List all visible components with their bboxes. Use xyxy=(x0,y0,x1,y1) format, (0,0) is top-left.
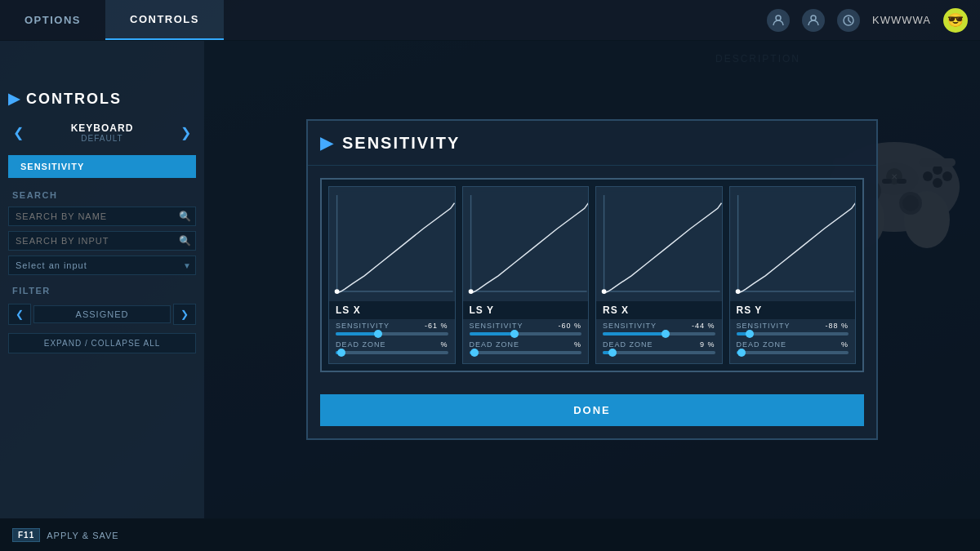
page-arrow-icon: ▶ xyxy=(8,90,20,108)
svg-rect-31 xyxy=(596,191,722,297)
sensitivity-value-rs_x: -44 % xyxy=(692,322,715,330)
dead-zone-label-ls_y: DEAD ZONE xyxy=(470,340,520,349)
dead-zone-value-ls_x: % xyxy=(440,340,448,349)
card-label-ls_y: LS Y xyxy=(463,301,589,319)
sens-chart-ls_x xyxy=(329,187,455,301)
search-input-icon: 🔍 xyxy=(179,235,191,247)
controls-tab-label: CONTROLS xyxy=(130,13,199,25)
sensitivity-value-ls_x: -61 % xyxy=(425,322,448,330)
sensitivity-thumb-rs_x xyxy=(662,330,670,338)
tab-options[interactable]: OPTIONS xyxy=(0,0,105,40)
sens-card-ls_y: LS Y SENSITIVITY -60 % DEAD ZONE % xyxy=(462,186,590,364)
search-by-input-input[interactable] xyxy=(8,231,196,251)
modal-header: ▶ SENSITIVITY xyxy=(308,121,876,166)
sensitivity-slider-rs_x[interactable] xyxy=(603,332,715,335)
expand-label: EXPAND / COLLAPSE ALL xyxy=(44,339,161,348)
filter-section-label: FILTER xyxy=(0,278,204,300)
sensitivity-row-ls_y: SENSITIVITY -60 % xyxy=(463,319,589,330)
done-button[interactable]: DONE xyxy=(320,394,864,426)
f11-key-badge: F11 xyxy=(12,528,40,542)
filter-next-button[interactable]: ❯ xyxy=(173,304,196,325)
search-by-input-row: 🔍 xyxy=(8,231,196,251)
keyboard-label: KEYBOARD xyxy=(29,122,176,134)
keyboard-sub-label: DEFAULT xyxy=(29,134,176,143)
svg-point-1 xyxy=(811,16,816,20)
dead-zone-label-ls_x: DEAD ZONE xyxy=(336,340,386,349)
modal-arrow-icon: ▶ xyxy=(320,133,332,153)
page-title: CONTROLS xyxy=(26,91,122,108)
svg-point-0 xyxy=(776,16,781,20)
top-navigation: OPTIONS CONTROLS KWWWWA 😎 xyxy=(0,0,980,41)
sensitivity-label-ls_x: SENSITIVITY xyxy=(336,322,390,330)
svg-point-34 xyxy=(602,289,607,294)
dead-zone-value-ls_y: % xyxy=(574,340,581,349)
sensitivity-value-rs_y: -88 % xyxy=(825,322,849,330)
svg-rect-23 xyxy=(329,191,455,297)
sensitivity-thumb-ls_x xyxy=(374,330,382,338)
select-input-row: Select an input LEFT STICK X LEFT STICK … xyxy=(8,256,196,275)
dead-zone-row-ls_y: DEAD ZONE % xyxy=(463,338,589,349)
modal-body: LS X SENSITIVITY -61 % DEAD ZONE % LS Y … xyxy=(308,166,876,384)
nav-icon-2[interactable] xyxy=(802,9,825,32)
search-section-label: SEARCH xyxy=(0,182,204,204)
search-name-icon: 🔍 xyxy=(179,211,191,222)
sensitivity-button[interactable]: SENSITIVITY xyxy=(8,155,196,178)
nav-right-area: KWWWWA 😎 xyxy=(767,0,980,40)
sensitivity-row-ls_x: SENSITIVITY -61 % xyxy=(329,319,455,330)
apply-save-label: APPLY & SAVE xyxy=(47,531,118,540)
sensitivity-label-rs_x: SENSITIVITY xyxy=(603,322,657,330)
sens-chart-rs_y xyxy=(730,187,856,301)
sensitivity-row-rs_y: SENSITIVITY -88 % xyxy=(730,319,856,330)
sens-card-rs_y: RS Y SENSITIVITY -88 % DEAD ZONE % xyxy=(729,186,857,364)
dead-zone-thumb-ls_x xyxy=(337,349,345,357)
sensitivity-overlay: ▶ SENSITIVITY LS X SENSITIVITY -61 % DEA… xyxy=(204,41,980,518)
dead-zone-slider-ls_y[interactable] xyxy=(470,351,582,354)
tab-controls[interactable]: CONTROLS xyxy=(105,0,224,40)
card-label-rs_y: RS Y xyxy=(730,301,856,319)
sensitivity-btn-label: SENSITIVITY xyxy=(20,162,84,171)
sensitivity-fill-rs_x xyxy=(603,332,666,335)
keybind-apply-save: F11 APPLY & SAVE xyxy=(12,528,119,542)
options-tab-label: OPTIONS xyxy=(24,14,81,26)
dead-zone-label-rs_y: DEAD ZONE xyxy=(737,340,787,349)
sensitivity-slider-ls_y[interactable] xyxy=(470,332,582,335)
nav-icon-1[interactable] xyxy=(767,9,790,32)
search-by-name-input[interactable] xyxy=(8,207,196,226)
filter-value-label: ASSIGNED xyxy=(33,305,171,323)
nav-icon-3[interactable] xyxy=(837,9,860,32)
sensitivity-slider-rs_y[interactable] xyxy=(737,332,849,335)
sensitivity-label-rs_y: SENSITIVITY xyxy=(737,322,791,330)
left-sidebar: ▶ CONTROLS ❮ KEYBOARD DEFAULT ❯ SENSITIV… xyxy=(0,41,204,518)
dead-zone-slider-rs_x[interactable] xyxy=(603,351,715,354)
keyboard-info: KEYBOARD DEFAULT xyxy=(29,122,176,143)
select-input-dropdown[interactable]: Select an input LEFT STICK X LEFT STICK … xyxy=(8,256,196,275)
dead-zone-row-ls_x: DEAD ZONE % xyxy=(329,338,455,349)
sensitivity-slider-ls_x[interactable] xyxy=(336,332,448,335)
dead-zone-value-rs_x: 9 % xyxy=(700,340,715,349)
sens-chart-ls_y xyxy=(463,187,589,301)
sensitivity-thumb-rs_y xyxy=(746,330,754,338)
expand-collapse-all-button[interactable]: EXPAND / COLLAPSE ALL xyxy=(8,333,196,353)
keyboard-prev-button[interactable]: ❮ xyxy=(8,125,29,140)
sensitivity-row-rs_x: SENSITIVITY -44 % xyxy=(596,319,722,330)
user-avatar[interactable]: 😎 xyxy=(943,8,968,33)
dead-zone-slider-rs_y[interactable] xyxy=(737,351,849,354)
bottom-bar: F11 APPLY & SAVE xyxy=(0,518,980,551)
card-label-rs_x: RS X xyxy=(596,301,722,319)
sensitivity-value-ls_y: -60 % xyxy=(558,322,581,330)
dead-zone-slider-ls_x[interactable] xyxy=(336,351,448,354)
dead-zone-thumb-rs_y xyxy=(737,349,746,357)
sens-card-rs_x: RS X SENSITIVITY -44 % DEAD ZONE 9 % xyxy=(595,186,723,364)
sensitivity-thumb-ls_y xyxy=(510,330,519,338)
sensitivity-fill-ls_x xyxy=(336,332,378,335)
sens-card-ls_x: LS X SENSITIVITY -61 % DEAD ZONE % xyxy=(328,186,456,364)
username-label: KWWWWA xyxy=(872,14,931,26)
filter-prev-button[interactable]: ❮ xyxy=(8,304,31,325)
dead-zone-label-rs_x: DEAD ZONE xyxy=(603,340,653,349)
dead-zone-thumb-rs_x xyxy=(608,349,617,357)
svg-rect-35 xyxy=(730,191,856,297)
avatar-emoji: 😎 xyxy=(947,12,964,28)
keyboard-next-button[interactable]: ❯ xyxy=(176,125,196,140)
modal-title: SENSITIVITY xyxy=(342,134,460,153)
search-by-name-row: 🔍 xyxy=(8,207,196,226)
